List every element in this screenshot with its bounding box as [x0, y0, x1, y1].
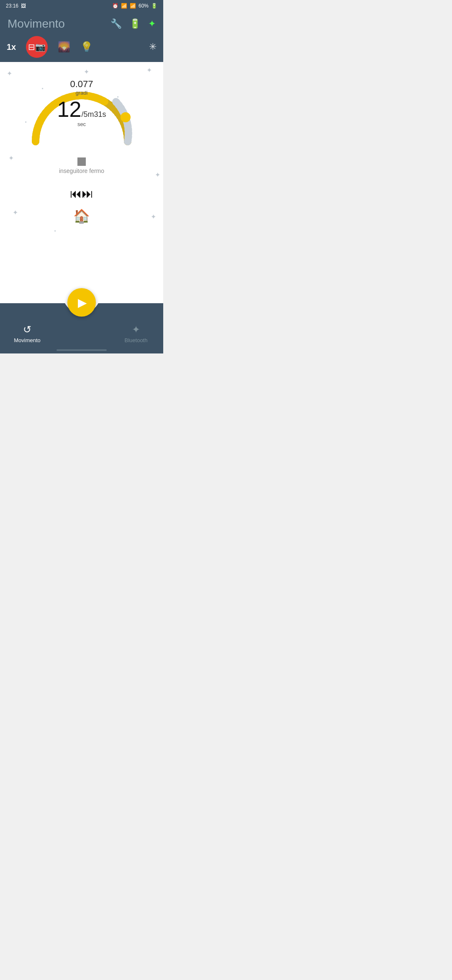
home-button[interactable]: 🏠 — [73, 208, 90, 224]
bulb-icon[interactable]: 💡 — [80, 41, 93, 53]
battery-header-icon: 🔋 — [129, 18, 141, 29]
status-time: 23:16 🖼 — [6, 3, 26, 9]
gauge-value: 0.077 — [36, 79, 128, 90]
app-title: Movimento — [8, 17, 65, 31]
status-bar: 23:16 🖼 ⏰ 📶 📶 60% 🔋 — [0, 0, 163, 12]
alarm-icon: ⏰ — [112, 3, 118, 9]
bottom-nav: ↺ Movimento ✦ Bluetooth — [0, 312, 163, 353]
gauge-wrapper: 0.077 gradi 12/5m31s sec — [23, 70, 140, 158]
header-icons: 🔧 🔋 ✦ — [110, 18, 156, 29]
signal-icon: 📶 — [130, 3, 136, 9]
photo-video-icon: ⊟📷 — [28, 42, 46, 52]
bluetooth-nav-icon: ✦ — [132, 324, 140, 335]
bluetooth-nav-label: Bluetooth — [125, 337, 148, 343]
sun-icon[interactable]: ✳ — [149, 41, 157, 52]
gauge-center-text: 0.077 gradi 12/5m31s sec — [36, 79, 128, 127]
gauge-timer-row: 12/5m31s — [36, 98, 128, 120]
play-icon: ▶ — [78, 296, 87, 309]
star-13: ■ — [54, 230, 56, 232]
battery-icon: 🔋 — [151, 3, 157, 9]
gauge-time-suffix: /5m31s — [81, 110, 106, 119]
status-icons: ⏰ 📶 📶 60% 🔋 — [112, 3, 157, 9]
nav-movimento[interactable]: ↺ Movimento — [0, 324, 54, 353]
zoom-level[interactable]: 1x — [7, 42, 16, 52]
movimento-nav-label: Movimento — [14, 337, 41, 343]
gauge-unit-small: gradi — [36, 90, 128, 96]
app-header: Movimento 🔧 🔋 ✦ — [0, 12, 163, 36]
wrench-icon[interactable]: 🔧 — [110, 18, 122, 29]
gauge-unit-main: sec — [36, 121, 128, 127]
gauge-container: 0.077 gradi 12/5m31s sec inseguitore fer… — [0, 62, 163, 224]
forward-button[interactable]: ⏭ — [82, 187, 93, 201]
time-display: 23:16 — [6, 3, 18, 9]
photo-video-button[interactable]: ⊟📷 — [26, 36, 48, 58]
nav-bluetooth[interactable]: ✦ Bluetooth — [109, 324, 163, 353]
stop-button[interactable] — [77, 157, 86, 166]
wifi-icon: 📶 — [121, 3, 127, 9]
gauge-big-value: 12 — [57, 97, 82, 121]
tracker-status: inseguitore fermo — [59, 168, 104, 174]
landscape-icon[interactable]: 🌄 — [58, 41, 70, 53]
rewind-button[interactable]: ⏮ — [70, 187, 82, 201]
home-btn-row: 🏠 — [73, 208, 90, 224]
toolbar: 1x ⊟📷 🌄 💡 ✳ — [0, 36, 163, 62]
movimento-nav-icon: ↺ — [23, 324, 31, 335]
image-icon: 🖼 — [21, 3, 26, 9]
play-button-wrapper: ▶ — [67, 288, 96, 317]
transport-controls: ⏮ ⏭ — [45, 174, 118, 205]
battery-text: 60% — [139, 3, 149, 9]
bluetooth-header-icon[interactable]: ✦ — [148, 18, 156, 29]
main-content: ✦ ✦ ✦ ■ ■ ✦ ✦ ■ ■ ✦ ✦ ■ ■ — [0, 62, 163, 303]
home-indicator — [56, 349, 107, 351]
play-button[interactable]: ▶ — [67, 288, 96, 317]
